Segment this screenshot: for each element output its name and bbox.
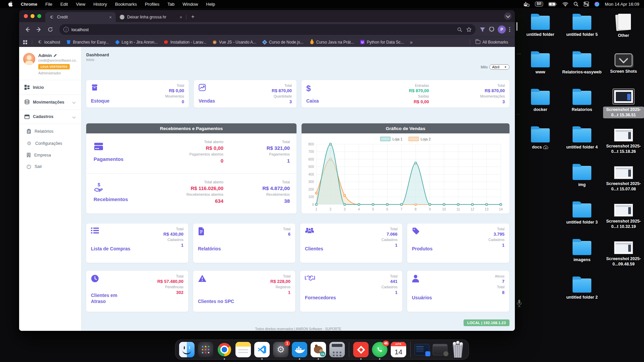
filter-extension-icon[interactable] [480,27,485,32]
search-tabs-icon[interactable] [457,27,462,32]
menu-edit[interactable]: Edit [57,0,71,8]
menubar-clock[interactable]: Mon 14 Apr 16:09 [605,2,639,7]
apple-menu[interactable] [5,0,16,8]
desktop-folder[interactable]: untitled folder 5 [561,13,603,51]
bookmark-star-icon[interactable] [466,27,472,32]
sidebar-item-empresa[interactable]: Empresa [19,149,81,161]
close-tab-icon[interactable]: × [108,15,112,20]
calculator-dock-icon[interactable] [329,342,345,357]
calendar-dock-icon[interactable]: APR 14 [391,342,406,357]
card-relatorios[interactable]: Relatórios Total 6 [193,224,295,263]
siri-icon[interactable] [594,2,599,7]
bookmark-vuejs[interactable]: Vue JS - Usando A... [210,39,259,46]
bookmark-laravel[interactable]: Installation - Larav... [161,39,209,46]
bookmark-nodejs[interactable]: Curso de Node.js... [260,39,306,46]
settings-dock-icon[interactable]: ⚙ 1 [273,342,288,357]
vscode-dock-icon[interactable] [254,342,270,357]
card-clientes-no-spc[interactable]: Clientes no SPC Total R$ 228,00 Registro… [193,271,295,312]
desktop-screenshot[interactable]: Screenshot 2025-0...09.48.59 [603,239,644,276]
chrome-dock-icon[interactable] [217,342,232,357]
close-tab-icon[interactable]: × [179,15,183,20]
menu-tab[interactable]: Tab [164,0,178,8]
minimized-window-thumbnail[interactable] [433,344,447,355]
card-lista-de-compras[interactable]: Lista de Compras Total R$ 430,00 Cadastr… [86,224,188,263]
desktop-screenshot[interactable]: Screenshot 2025-0...t 15.07.08 [603,164,644,201]
menu-chrome[interactable]: Chrome [17,0,41,8]
forward-button[interactable] [34,24,44,35]
site-info-icon[interactable]: i [63,27,69,32]
menu-profiles[interactable]: Profiles [142,0,163,8]
desktop-folder[interactable]: docker [520,88,561,126]
desktop-screenshot[interactable]: Screenshot 2025-0...t 15.18.26 [603,126,644,164]
desktop-screenshot[interactable]: Screenshot 2025-0...t 10.32.19 [603,201,644,239]
chrome-menu-icon[interactable] [509,27,510,32]
notes-dock-icon[interactable] [235,342,251,357]
desktop-screenshots-stack[interactable]: Screen Shots [603,51,644,88]
bookmark-jira[interactable]: Log in - Jira Anron... [112,39,160,46]
extensions-puzzle-icon[interactable] [489,27,494,33]
sidebar-item-configuracoes[interactable]: ⚙ Configurações [19,137,81,149]
desktop-folder[interactable]: untitled folder [520,13,561,51]
wifi-icon[interactable] [562,2,568,6]
sidebar-item-sair[interactable]: Sair [19,161,81,172]
window-controls-chevron-icon[interactable] [504,12,512,20]
desktop-screenshot-selected[interactable]: Screenshot 2025-0...t 15.36.51 [603,88,644,126]
edit-pencil-icon[interactable] [53,54,57,57]
menu-window[interactable]: Window [179,0,201,8]
recebimentos-row[interactable]: $ Recebimentos Total aberto R$ 116.026,0… [86,174,297,214]
zoom-window-button[interactable] [37,14,41,18]
anydesk-dock-icon[interactable] [353,342,369,357]
trash-dock-icon[interactable] [451,342,465,358]
card-fornecedores[interactable]: Fornecedores Total 441 Cadastros 1 [300,271,402,312]
sidebar-item-inicio[interactable]: Início [19,81,81,93]
bookmark-localhost[interactable]: C localhost [35,39,63,46]
card-estoque[interactable]: Estoque Total R$ 0,00 Movimentos 0 [86,80,189,108]
menu-bookmarks[interactable]: Bookmarks [112,0,140,8]
tab-credit[interactable]: C Credit × [45,12,116,22]
docker-dock-icon[interactable] [292,342,307,357]
user-avatar[interactable] [23,53,35,65]
card-usuarios[interactable]: Usuários Ativos 7 Total 8 [407,271,509,312]
menu-help[interactable]: Help [203,0,219,8]
desktop-folder[interactable]: www [520,51,561,88]
launchpad-dock-icon[interactable] [198,342,213,357]
card-produtos[interactable]: Produtos Total 3.795 Cadastros 1 [407,224,509,263]
minimize-window-button[interactable] [31,14,35,18]
card-clientes-em-atraso[interactable]: Clientes em Atraso Total R$ 57.480,00 Pe… [86,271,188,312]
battery-icon[interactable] [548,2,557,6]
reload-button[interactable] [45,24,55,35]
bookmark-python-udemy[interactable]: U Python for Data Sc... [357,39,407,46]
docker-status-icon[interactable] [524,2,530,7]
menu-view[interactable]: View [72,0,89,8]
desktop-folder[interactable]: untitled folder 2 [561,276,603,314]
profile-avatar[interactable]: P [498,25,506,34]
all-bookmarks-button[interactable]: All Bookmarks [473,39,511,46]
pagamentos-row[interactable]: Pagamentos Total aberto R$ 0,00 Pagament… [86,133,297,173]
new-tab-button[interactable]: + [189,12,197,21]
desktop-folder[interactable]: imagens [561,239,603,276]
bookmark-java[interactable]: Curso Java na Prát... [307,39,357,46]
whatsapp-dock-icon[interactable]: 46 [372,342,387,357]
card-vendas[interactable]: Vendas Total R$ 870,00 Quantidade 3 [194,80,297,108]
control-center-icon[interactable] [584,2,589,6]
keyboard-layout-badge[interactable]: BR [535,2,543,6]
month-select[interactable]: Abril ▼ [489,64,509,70]
desktop-folder-docs[interactable]: docs [520,126,561,164]
bookmarks-overflow-icon[interactable]: » [407,40,415,45]
desktop-folder[interactable]: img [561,164,603,201]
sidebar-item-cadastros[interactable]: Cadastros [19,111,81,122]
back-button[interactable] [22,24,33,35]
desktop-folder[interactable]: untitled folder 4 [561,126,603,164]
bookmark-bitbucket[interactable]: Branches for Easy... [63,39,111,46]
apps-grid-icon[interactable] [23,40,27,44]
finder-dock-icon[interactable] [179,342,195,357]
close-window-button[interactable] [24,14,28,18]
desktop-other-stack[interactable]: Other [603,13,644,51]
spotlight-search-icon[interactable] [574,2,578,6]
sidebar-item-movimentacoes[interactable]: Movimentações [19,96,81,108]
card-clientes[interactable]: Clientes Total 7.066 Cadastros 1 [300,224,402,263]
sidebar-item-relatorios[interactable]: Relatórios [19,125,81,137]
card-caixa[interactable]: $ Caixa Entradas R$ 870,00 Saídas R$ 0,0… [302,80,509,108]
dbeaver-dock-icon[interactable]: CE [311,342,326,357]
tab-deixar-linha[interactable]: Deixar linha grossa hr × [116,12,186,22]
